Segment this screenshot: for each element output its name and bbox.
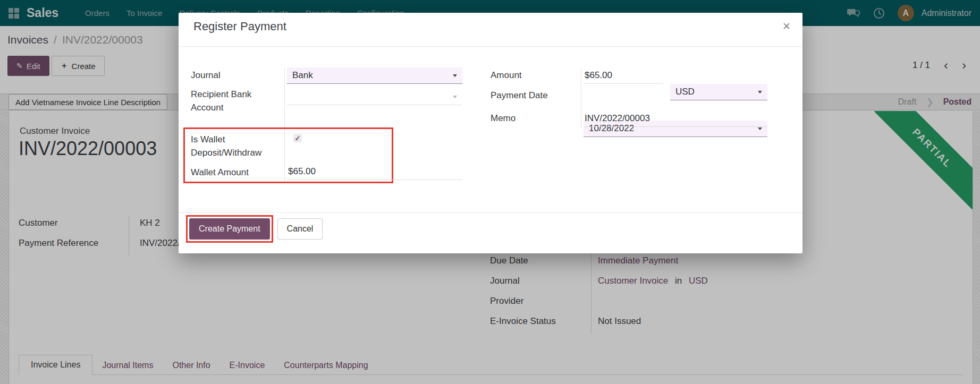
close-icon[interactable]: ✕ <box>782 21 791 31</box>
wallet-amount-value: $65.00 <box>288 166 316 177</box>
amount-label: Amount <box>491 69 522 82</box>
create-payment-button[interactable]: Create Payment <box>189 218 270 240</box>
currency-select[interactable]: USD <box>670 84 767 100</box>
wallet-amount-input[interactable]: $65.00 <box>287 164 462 180</box>
payment-journal-label: Journal <box>191 69 221 82</box>
payment-date-label: Payment Date <box>491 89 548 102</box>
recipient-bank-account-input[interactable] <box>287 89 462 105</box>
dialog-title: Register Payment <box>193 20 286 33</box>
screen: Sales Orders To Invoice Delivery Control… <box>0 0 980 384</box>
is-wallet-checkbox[interactable]: ✓ <box>293 134 302 142</box>
payment-journal-select[interactable]: Bank <box>287 67 462 84</box>
right-column-separator <box>581 68 581 129</box>
payment-journal-value: Bank <box>292 70 313 81</box>
memo-value: INV/2022/00003 <box>585 113 650 124</box>
amount-value: $65.00 <box>585 70 612 81</box>
memo-input[interactable]: INV/2022/00003 <box>584 110 767 127</box>
checkmark-icon: ✓ <box>295 135 301 142</box>
create-payment-highlight: Create Payment <box>186 215 273 243</box>
wallet-amount-label: Wallet Amount <box>191 166 249 179</box>
cancel-button[interactable]: Cancel <box>277 218 323 240</box>
caret-down-icon <box>758 127 762 130</box>
dialog-footer: Create Payment Cancel <box>179 212 802 253</box>
memo-label: Memo <box>491 112 516 125</box>
is-wallet-label: Is Wallet Deposit/Withdraw <box>191 133 276 159</box>
currency-value: USD <box>675 87 695 97</box>
dialog-header: Register Payment ✕ <box>179 13 802 47</box>
caret-down-icon <box>758 91 762 93</box>
amount-input[interactable]: $65.00 <box>584 67 663 84</box>
caret-down-icon <box>453 96 457 98</box>
register-payment-dialog: Register Payment ✕ Journal Bank Recipien… <box>179 13 802 253</box>
recipient-bank-account-label: Recipient Bank Account <box>191 88 268 114</box>
caret-down-icon <box>453 74 457 77</box>
